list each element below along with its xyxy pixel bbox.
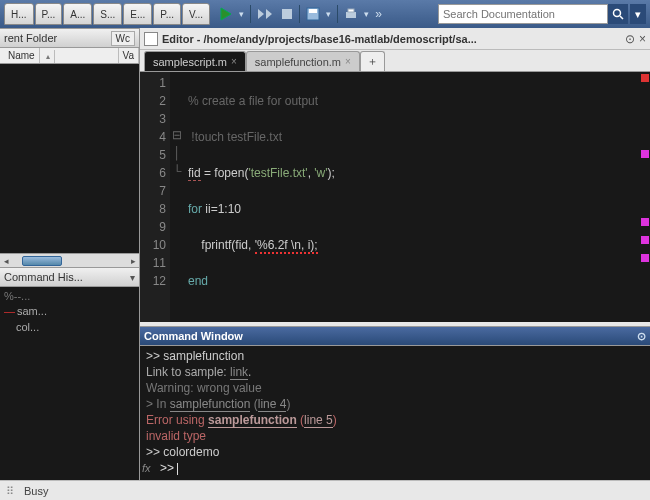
folder-list[interactable] [0, 64, 139, 253]
quick-access-toolbar: ▾ ▾ ▾ » [219, 5, 382, 23]
svg-marker-0 [221, 8, 231, 20]
step-icon[interactable] [257, 8, 275, 20]
save-icon[interactable] [306, 7, 320, 21]
svg-marker-2 [266, 9, 272, 19]
ribbon-tab-3[interactable]: S... [93, 3, 122, 25]
panel-menu-icon[interactable]: ⊙ [625, 32, 635, 46]
ribbon-tab-5[interactable]: P... [153, 3, 181, 25]
print-icon[interactable] [344, 7, 358, 21]
fold-icon[interactable]: ⊟ [170, 126, 184, 144]
chevron-down-icon[interactable]: ▾ [364, 9, 369, 19]
ribbon-tab-1[interactable]: P... [35, 3, 63, 25]
stop-icon[interactable] [281, 8, 293, 20]
svg-rect-3 [282, 9, 292, 19]
search-input[interactable] [438, 4, 608, 24]
current-folder-title: rent Folder Wc [0, 28, 139, 48]
list-item[interactable]: —sam... [4, 304, 135, 319]
fx-icon[interactable]: fx [142, 460, 151, 476]
tab-samplefunction[interactable]: samplefunction.m× [246, 51, 360, 71]
command-window[interactable]: >> samplefunction Link to sample: link. … [140, 346, 650, 480]
command-history-title: Command His... ▾ [0, 267, 139, 287]
status-text: Busy [24, 485, 48, 497]
run-icon[interactable] [219, 7, 233, 21]
chevron-down-icon[interactable]: ▾ [239, 9, 244, 19]
col-name[interactable]: Name ▴ [0, 48, 119, 63]
ribbon-tab-6[interactable]: V... [182, 3, 210, 25]
toolbar-dropdown[interactable]: ▾ [630, 4, 646, 24]
tab-samplescript[interactable]: samplescript.m× [144, 51, 246, 71]
fold-column[interactable]: ⊟│└ [170, 72, 184, 322]
folder-hscroll[interactable]: ◂▸ [0, 253, 139, 267]
col-value[interactable]: Va [119, 48, 140, 63]
code-markers[interactable] [638, 72, 650, 322]
chevron-down-icon[interactable]: ▾ [130, 272, 135, 283]
ribbon-toolbar: H... P... A... S... E... P... V... ▾ ▾ ▾… [0, 0, 650, 28]
close-icon[interactable]: × [231, 56, 237, 67]
chevron-down-icon[interactable]: ▾ [326, 9, 331, 19]
folder-columns: Name ▴ Va [0, 48, 139, 64]
editor-icon [144, 32, 158, 46]
ribbon-tab-4[interactable]: E... [123, 3, 152, 25]
line-gutter: 123456789101112 [140, 72, 170, 322]
busy-icon: ⠿ [6, 485, 18, 497]
new-tab-button[interactable]: ＋ [360, 51, 385, 71]
svg-rect-7 [348, 9, 354, 12]
file-tabs: samplescript.m× samplefunction.m× ＋ [140, 50, 650, 72]
list-item[interactable]: col... [4, 320, 135, 335]
code-lines[interactable]: % create a file for output !touch testFi… [184, 72, 638, 322]
overflow-icon[interactable]: » [375, 7, 382, 21]
editor-title: Editor - /home/andy/projects/base16-matl… [162, 33, 477, 45]
search-button[interactable] [608, 4, 628, 24]
code-editor[interactable]: 123456789101112 ⊟│└ % create a file for … [140, 72, 650, 322]
command-history-list[interactable]: %--... —sam... col... [0, 287, 139, 480]
close-icon[interactable]: × [345, 56, 351, 67]
ribbon-tab-2[interactable]: A... [63, 3, 92, 25]
editor-titlebar: Editor - /home/andy/projects/base16-matl… [140, 28, 650, 50]
list-item[interactable]: %--... [4, 289, 135, 304]
folder-tab-btn[interactable]: Wc [111, 31, 135, 46]
panel-menu-icon[interactable]: ⊙ [637, 330, 646, 343]
current-folder-label: rent Folder [4, 32, 57, 44]
ribbon-tab-0[interactable]: H... [4, 3, 34, 25]
svg-rect-5 [309, 9, 317, 13]
svg-point-8 [614, 10, 621, 17]
svg-rect-6 [346, 12, 356, 18]
svg-marker-1 [258, 9, 264, 19]
close-icon[interactable]: × [639, 32, 646, 46]
svg-line-9 [620, 16, 623, 19]
